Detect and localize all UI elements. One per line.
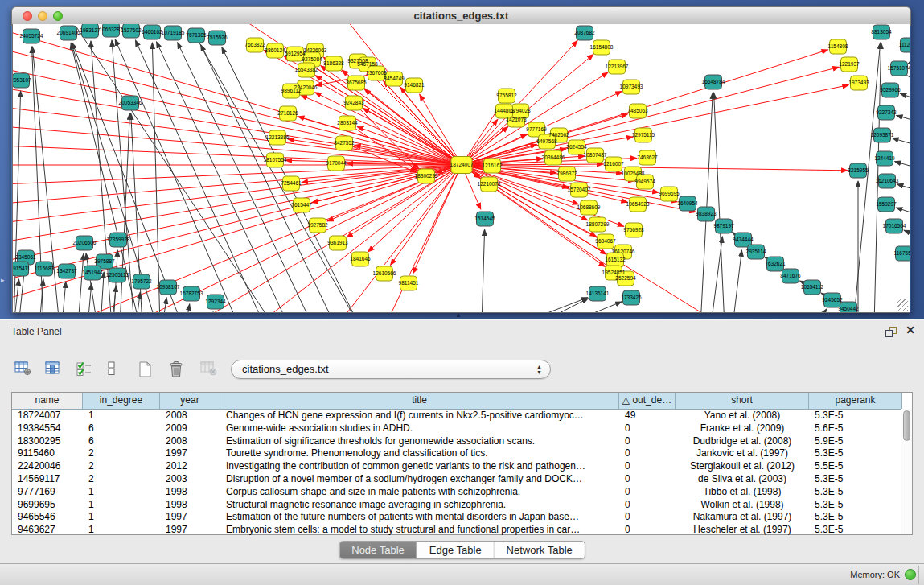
column-header-short[interactable]: short [676, 393, 809, 409]
table-cell-short[interactable]: Tibbo et al. (1998) [676, 486, 809, 499]
table-cell-year[interactable]: 2012 [160, 460, 220, 473]
table-cell-out_degree[interactable]: 0 [619, 447, 676, 460]
table-cell-name[interactable]: 9699695 [12, 499, 83, 512]
table-cell-short[interactable]: Stergiakouli et al. (2012) [676, 460, 809, 473]
table-settings-button[interactable] [13, 358, 34, 379]
tab-edge-table[interactable]: Edge Table [417, 542, 495, 558]
splitter-handle[interactable]: ▲ [455, 312, 462, 319]
table-cell-short[interactable]: Yano et al. (2008) [676, 410, 809, 422]
table-cell-year[interactable]: 2009 [160, 422, 220, 435]
collapse-arrow-icon[interactable]: ▸ [1, 276, 5, 284]
table-cell-in_degree[interactable]: 1 [83, 524, 160, 537]
table-cell-pagerank[interactable]: 5.3E-5 [809, 486, 902, 499]
close-panel-button[interactable]: ✕ [906, 323, 915, 336]
graph-edge[interactable] [162, 298, 166, 312]
table-cell-short[interactable]: Franke et al. (2009) [676, 422, 809, 435]
table-cell-in_degree[interactable]: 1 [83, 486, 160, 499]
column-header-out_degree[interactable]: △ out_de… [619, 393, 676, 409]
table-cell-in_degree[interactable]: 6 [83, 435, 160, 448]
table-cell-pagerank[interactable]: 5.6E-5 [809, 422, 902, 435]
table-row[interactable]: 977716911998Corpus callosum shape and si… [12, 486, 912, 499]
graph-edge[interactable] [364, 89, 462, 165]
graph-edge[interactable] [896, 208, 910, 216]
table-cell-out_degree[interactable]: 0 [619, 524, 676, 537]
graph-edge[interactable] [136, 292, 140, 312]
table-cell-title[interactable]: Investigating the contribution of common… [220, 460, 619, 473]
graph-edge[interactable] [13, 165, 462, 286]
table-cell-short[interactable]: Wolkin et al. (1998) [676, 499, 809, 512]
table-cell-out_degree[interactable]: 0 [619, 435, 676, 448]
delete-column-button[interactable] [199, 358, 220, 379]
table-cell-pagerank[interactable]: 5.3E-5 [809, 524, 902, 537]
table-row[interactable]: 946362711997Embryonic stem cells: a mode… [12, 524, 912, 537]
select-all-columns-button[interactable] [75, 358, 96, 379]
table-cell-out_degree[interactable]: 0 [619, 422, 676, 435]
table-cell-name[interactable]: 14569117 [12, 473, 83, 486]
table-cell-title[interactable]: Embryonic stem cells: a model to study s… [220, 524, 619, 537]
table-cell-title[interactable]: Estimation of significance thresholds fo… [220, 435, 619, 448]
graph-edge[interactable] [78, 253, 84, 312]
scrollbar-thumb[interactable] [903, 410, 910, 441]
graph-edge[interactable] [62, 282, 66, 312]
table-cell-pagerank[interactable]: 5.3E-5 [809, 499, 902, 512]
table-cell-in_degree[interactable]: 1 [83, 499, 160, 512]
table-row[interactable]: 911546021997Tourette syndrome. Phenomeno… [12, 447, 912, 460]
table-row[interactable]: 1456911722003Disruption of a novel membe… [12, 473, 912, 486]
graph-edge[interactable] [186, 304, 190, 312]
table-cell-name[interactable]: 9463627 [12, 524, 83, 537]
table-cell-out_degree[interactable]: 49 [619, 410, 676, 422]
graph-edge[interactable] [482, 229, 485, 312]
resize-grip[interactable] [897, 299, 908, 311]
table-row[interactable]: 1830029562008Estimation of significance … [12, 435, 912, 448]
table-cell-title[interactable]: Disruption of a novel member of a sodium… [220, 473, 619, 486]
table-cell-in_degree[interactable]: 6 [83, 422, 160, 435]
table-scrollbar[interactable] [901, 409, 912, 534]
table-cell-year[interactable]: 2008 [160, 435, 220, 448]
table-cell-out_degree[interactable]: 0 [619, 499, 676, 512]
network-graph[interactable]: 1872400718300295766382288601245912954142… [13, 24, 910, 312]
table-cell-name[interactable]: 9115460 [12, 447, 83, 460]
table-cell-pagerank[interactable]: 5.3E-5 [809, 473, 902, 486]
table-cell-short[interactable]: Hescheler et al. (1997) [676, 524, 809, 537]
table-cell-year[interactable]: 1998 [160, 486, 220, 499]
graph-edge[interactable] [385, 165, 462, 312]
network-canvas[interactable]: 1872400718300295766382288601245912954142… [12, 24, 910, 313]
graph-edge[interactable] [733, 250, 741, 312]
graph-edge[interactable] [714, 93, 725, 312]
new-table-button[interactable] [137, 358, 158, 379]
table-cell-title[interactable]: Tourette syndrome. Phenomenology and cla… [220, 447, 619, 460]
table-cell-name[interactable]: 19384554 [12, 422, 83, 435]
table-cell-out_degree[interactable]: 0 [619, 511, 676, 524]
table-cell-year[interactable]: 1997 [160, 524, 220, 537]
graph-edge[interactable] [897, 115, 910, 122]
table-cell-pagerank[interactable]: 5.3E-5 [809, 447, 902, 460]
table-cell-in_degree[interactable]: 2 [83, 473, 160, 486]
graph-edge[interactable] [815, 309, 827, 312]
table-cell-year[interactable]: 2008 [160, 410, 220, 422]
memory-ok-indicator[interactable] [905, 569, 916, 580]
table-cell-name[interactable]: 22420046 [12, 460, 83, 473]
table-cell-pagerank[interactable]: 5.5E-5 [809, 460, 902, 473]
table-row[interactable]: 969969511998Structural magnetic resonanc… [12, 499, 912, 512]
network-file-select[interactable]: citations_edges.txt ▲▼ [231, 360, 551, 379]
table-cell-short[interactable]: Dudbridge et al. (2008) [676, 435, 809, 448]
table-cell-pagerank[interactable]: 5.9E-5 [809, 435, 902, 448]
table-cell-pagerank[interactable]: 5.3E-5 [809, 511, 902, 524]
table-cell-name[interactable]: 9465546 [12, 511, 83, 524]
graph-edge[interactable] [908, 56, 910, 64]
table-cell-name[interactable]: 9777169 [12, 486, 83, 499]
tab-node-table[interactable]: Node Table [339, 542, 417, 558]
table-cell-in_degree[interactable]: 1 [83, 511, 160, 524]
graph-edge[interactable] [897, 184, 910, 192]
float-panel-button[interactable] [885, 327, 897, 337]
table-cell-short[interactable]: Nakamura et al. (1997) [676, 511, 809, 524]
column-header-year[interactable]: year [160, 393, 220, 409]
table-cell-title[interactable]: Genome-wide association studies in ADHD. [220, 422, 619, 435]
table-row[interactable]: 946554611997Estimation of the future num… [12, 511, 912, 524]
table-cell-out_degree[interactable]: 0 [619, 460, 676, 473]
tab-network-table[interactable]: Network Table [495, 542, 585, 558]
graph-edge[interactable] [894, 162, 910, 169]
table-row[interactable]: 2242004622012Investigating the contribut… [12, 460, 912, 473]
delete-table-button[interactable] [167, 358, 188, 379]
table-cell-title[interactable]: Structural magnetic resonance image aver… [220, 499, 619, 512]
